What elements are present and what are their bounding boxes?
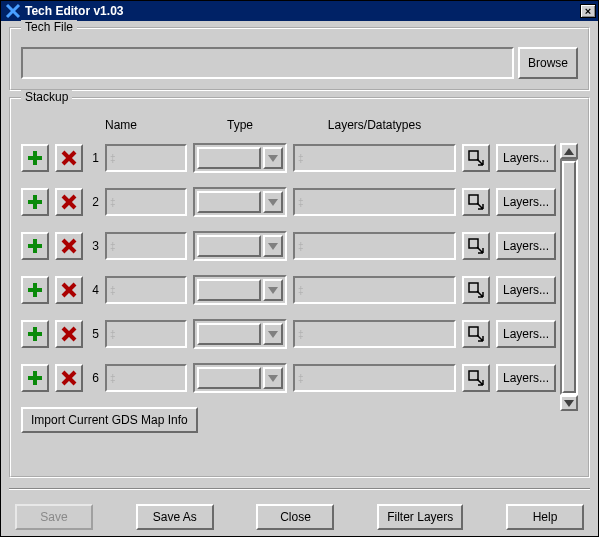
type-display [197, 367, 261, 389]
delete-row-button[interactable] [55, 320, 83, 348]
filter-layers-button[interactable]: Filter Layers [377, 504, 463, 530]
svg-rect-31 [469, 371, 478, 380]
x-icon [60, 193, 78, 211]
browse-button[interactable]: Browse [518, 47, 578, 79]
name-input[interactable] [105, 276, 187, 304]
layers-datatypes-input[interactable] [293, 144, 456, 172]
layers-datatypes-input[interactable] [293, 364, 456, 392]
svg-rect-6 [469, 151, 478, 160]
pick-arrow-icon [467, 325, 485, 343]
layers-button[interactable]: Layers... [496, 144, 556, 172]
techfile-path-input[interactable] [21, 47, 514, 79]
name-input[interactable] [105, 188, 187, 216]
stackup-header-row: Name Type Layers/Datatypes [21, 117, 556, 133]
delete-row-button[interactable] [55, 364, 83, 392]
pick-layers-button[interactable] [462, 364, 490, 392]
layers-button[interactable]: Layers... [496, 364, 556, 392]
add-row-button[interactable] [21, 188, 49, 216]
layers-datatypes-input[interactable] [293, 320, 456, 348]
plus-icon [26, 149, 44, 167]
svg-rect-8 [28, 200, 42, 204]
stackup-row: 5 Layers... [21, 319, 556, 349]
pick-layers-button[interactable] [462, 320, 490, 348]
name-input[interactable] [105, 232, 187, 260]
delete-row-button[interactable] [55, 144, 83, 172]
name-input[interactable] [105, 144, 187, 172]
dropdown-arrow-button[interactable] [263, 235, 283, 257]
stackup-legend: Stackup [21, 90, 72, 104]
chevron-down-icon [268, 199, 278, 206]
type-display [197, 147, 261, 169]
type-dropdown[interactable] [193, 187, 287, 217]
scroll-up-button[interactable] [560, 143, 578, 159]
titlebar[interactable]: Tech Editor v1.03 × [1, 1, 598, 21]
type-dropdown[interactable] [193, 275, 287, 305]
plus-icon [26, 193, 44, 211]
app-icon [5, 3, 21, 19]
save-button[interactable]: Save [15, 504, 93, 530]
plus-icon [26, 237, 44, 255]
delete-row-button[interactable] [55, 188, 83, 216]
add-row-button[interactable] [21, 232, 49, 260]
window-close-button[interactable]: × [580, 4, 596, 18]
dropdown-arrow-button[interactable] [263, 367, 283, 389]
pick-layers-button[interactable] [462, 144, 490, 172]
svg-rect-3 [28, 156, 42, 160]
add-row-button[interactable] [21, 364, 49, 392]
layers-datatypes-input[interactable] [293, 232, 456, 260]
close-button[interactable]: Close [256, 504, 334, 530]
client-area: Tech File Browse Stackup Name Type Layer… [1, 21, 598, 536]
x-icon [60, 149, 78, 167]
scroll-trough[interactable] [560, 159, 578, 395]
stackup-row: 6 Layers... [21, 363, 556, 393]
name-input[interactable] [105, 364, 187, 392]
delete-row-button[interactable] [55, 232, 83, 260]
stackup-group: Stackup Name Type Layers/Datatypes [9, 97, 590, 478]
dropdown-arrow-button[interactable] [263, 323, 283, 345]
svg-rect-11 [469, 195, 478, 204]
pick-layers-button[interactable] [462, 276, 490, 304]
help-button[interactable]: Help [506, 504, 584, 530]
layers-datatypes-input[interactable] [293, 276, 456, 304]
techfile-legend: Tech File [21, 20, 77, 34]
pick-layers-button[interactable] [462, 188, 490, 216]
scroll-thumb[interactable] [562, 161, 576, 393]
type-dropdown[interactable] [193, 143, 287, 173]
scroll-down-button[interactable] [560, 395, 578, 411]
dropdown-arrow-button[interactable] [263, 147, 283, 169]
type-display [197, 191, 261, 213]
save-as-button[interactable]: Save As [136, 504, 214, 530]
add-row-button[interactable] [21, 320, 49, 348]
layers-button[interactable]: Layers... [496, 276, 556, 304]
dropdown-arrow-button[interactable] [263, 279, 283, 301]
row-number: 6 [89, 371, 99, 385]
chevron-down-icon [268, 243, 278, 250]
import-gds-button[interactable]: Import Current GDS Map Info [21, 407, 198, 433]
pick-arrow-icon [467, 193, 485, 211]
type-dropdown[interactable] [193, 319, 287, 349]
layers-datatypes-input[interactable] [293, 188, 456, 216]
x-icon [60, 369, 78, 387]
row-number: 3 [89, 239, 99, 253]
dropdown-arrow-button[interactable] [263, 191, 283, 213]
svg-rect-21 [469, 283, 478, 292]
layers-button[interactable]: Layers... [496, 320, 556, 348]
add-row-button[interactable] [21, 144, 49, 172]
header-type: Type [193, 118, 287, 132]
plus-icon [26, 281, 44, 299]
chevron-down-icon [564, 400, 574, 407]
stackup-scrollbar[interactable] [560, 143, 578, 411]
type-dropdown[interactable] [193, 363, 287, 393]
pick-layers-button[interactable] [462, 232, 490, 260]
delete-row-button[interactable] [55, 276, 83, 304]
type-dropdown[interactable] [193, 231, 287, 261]
add-row-button[interactable] [21, 276, 49, 304]
stackup-row: 2 Layers... [21, 187, 556, 217]
layers-button[interactable]: Layers... [496, 232, 556, 260]
x-icon [60, 325, 78, 343]
chevron-down-icon [268, 287, 278, 294]
type-display [197, 279, 261, 301]
layers-button[interactable]: Layers... [496, 188, 556, 216]
name-input[interactable] [105, 320, 187, 348]
row-number: 1 [89, 151, 99, 165]
